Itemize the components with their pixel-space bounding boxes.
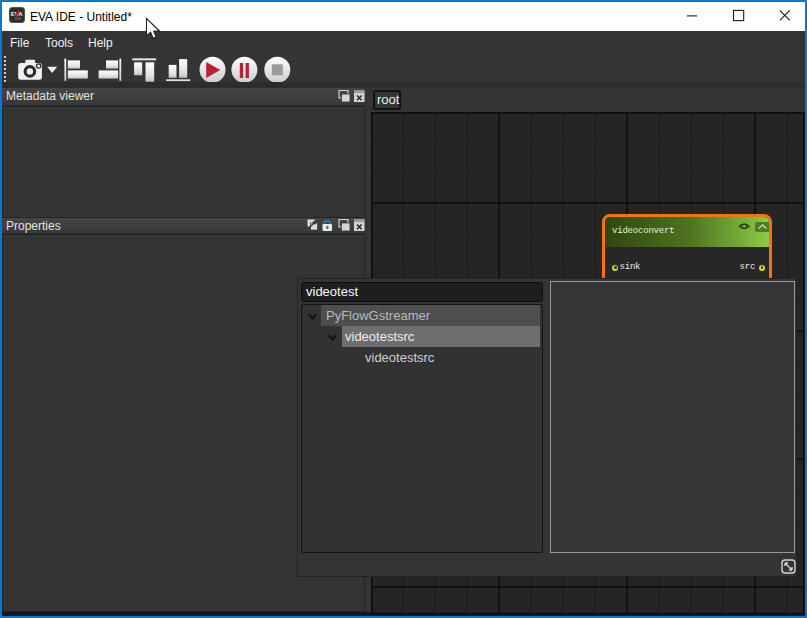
svg-text:IDE: IDE (14, 16, 21, 21)
